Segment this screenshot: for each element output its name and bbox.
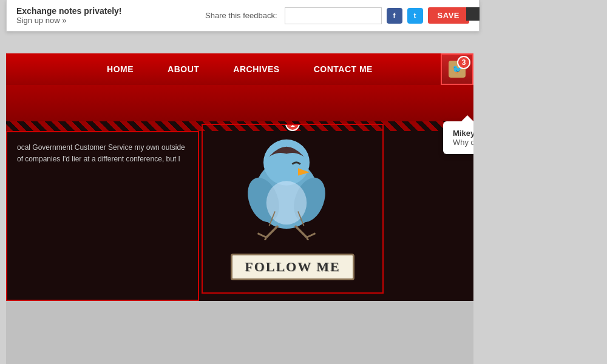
tooltip-author: Mikey (453, 129, 473, 138)
left-card: ocal Government Customer Service my own … (6, 131, 199, 301)
svg-line-8 (295, 226, 307, 237)
svg-line-10 (263, 237, 266, 240)
nav-about[interactable]: ABOUT (151, 53, 216, 85)
bird-illustration (232, 125, 353, 249)
left-card-text: ocal Government Customer Service my own … (17, 142, 188, 165)
svg-line-12 (307, 237, 310, 240)
share-label: Share this feedback: (205, 11, 277, 20)
tooltip-text: Mikey had this to say, Why does he look … (453, 129, 473, 147)
tooltip-popup: Mikey had this to say, Why does he look … (443, 121, 473, 154)
share-input[interactable] (285, 7, 382, 24)
feedback-left: Exchange notes privately! Sign up now » (16, 6, 122, 25)
bird-svg (232, 125, 341, 240)
feedback-bar: Exchange notes privately! Sign up now » … (6, 0, 480, 32)
save-button[interactable]: SAVE (428, 7, 469, 24)
rss-icon: 🐦 3 (449, 61, 466, 78)
notification-badge: 3 (457, 56, 470, 69)
svg-point-3 (263, 140, 310, 186)
dark-square-icon (466, 7, 480, 21)
nav-archives[interactable]: ARCHIVES (216, 53, 296, 85)
svg-line-11 (307, 234, 315, 238)
page-wrapper: HOME ABOUT ARCHIVES CONTACT ME 🐦 3 Mikey… (6, 53, 473, 364)
svg-line-7 (266, 226, 278, 237)
feedback-right: Share this feedback: f t SAVE (205, 7, 469, 24)
signup-link[interactable]: Sign up now » (16, 16, 122, 25)
nav-contact[interactable]: CONTACT ME (297, 53, 390, 85)
navigation-bar: HOME ABOUT ARCHIVES CONTACT ME 🐦 3 Mikey… (6, 53, 473, 85)
red-band (6, 85, 473, 121)
content-area: ocal Government Customer Service my own … (6, 131, 473, 301)
nav-home[interactable]: HOME (90, 53, 151, 85)
notification-icon[interactable]: 🐦 3 (441, 53, 473, 85)
nav-items: HOME ABOUT ARCHIVES CONTACT ME (90, 53, 390, 85)
follow-me-sign: FOLLOW ME (231, 254, 354, 280)
right-sidebar (473, 53, 607, 364)
svg-line-9 (258, 234, 266, 238)
tooltip-comment: Why does he look like he's on the (453, 138, 473, 147)
facebook-button[interactable]: f (387, 8, 402, 24)
exchange-title: Exchange notes privately! (16, 6, 122, 16)
twitter-button[interactable]: t (407, 8, 423, 24)
center-card: 1 (202, 124, 384, 294)
